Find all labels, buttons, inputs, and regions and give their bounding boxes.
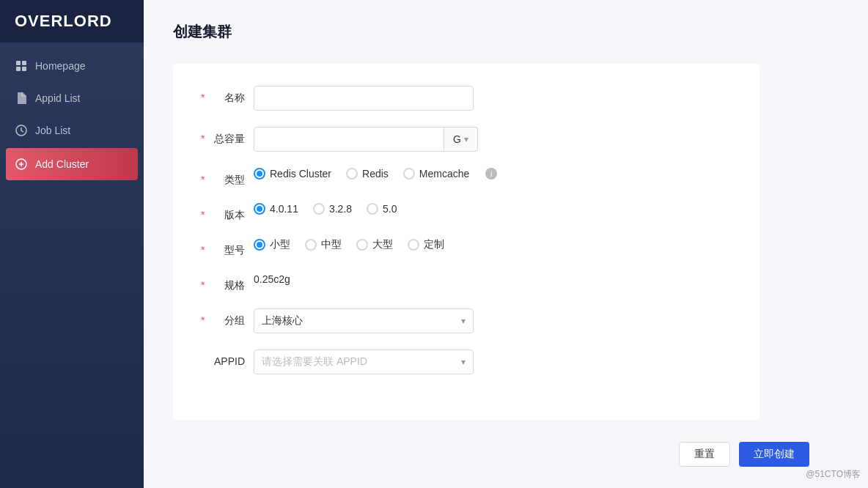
sidebar-item-label: Job List xyxy=(35,125,70,136)
spec-content: 0.25c2g xyxy=(254,273,730,285)
chevron-down-icon: ▾ xyxy=(464,134,468,144)
sidebar-nav: Homepage Appid List Job List xyxy=(0,42,144,182)
chevron-down-icon: ▾ xyxy=(461,316,466,326)
capacity-label: 总容量 xyxy=(202,127,254,146)
model-small-label: 小型 xyxy=(270,238,290,251)
sidebar-item-label: Homepage xyxy=(35,60,86,72)
form-row-appid: APPID 请选择需要关联 APPID ▾ xyxy=(202,350,730,374)
form-row-version: 版本 4.0.11 3.2.8 5.0 xyxy=(202,203,730,222)
appid-label: APPID xyxy=(202,350,254,367)
spec-label: 规格 xyxy=(202,273,254,292)
sidebar-item-add-cluster[interactable]: Add Cluster xyxy=(6,148,138,180)
model-small[interactable]: 小型 xyxy=(254,238,290,251)
radio-v50-circle xyxy=(367,203,378,215)
capacity-unit-label: G xyxy=(453,133,461,145)
group-label: 分组 xyxy=(202,308,254,328)
create-button[interactable]: 立即创建 xyxy=(739,442,809,467)
svg-rect-3 xyxy=(22,67,26,71)
type-memcache-label: Memcache xyxy=(419,168,469,180)
name-label: 名称 xyxy=(202,86,254,105)
form-row-spec: 规格 0.25c2g xyxy=(202,273,730,292)
model-content: 小型 中型 大型 定制 xyxy=(254,238,730,251)
grid-icon xyxy=(15,59,28,73)
type-info-icon[interactable]: i xyxy=(485,168,497,180)
model-custom-label: 定制 xyxy=(424,238,444,251)
model-medium[interactable]: 中型 xyxy=(305,238,342,251)
name-input[interactable] xyxy=(254,86,474,111)
version-50-label: 5.0 xyxy=(383,203,397,215)
group-select-value: 上海核心 xyxy=(262,314,303,328)
type-radio-group: Redis Cluster Redis Memcache i xyxy=(254,168,497,180)
watermark: @51CTO博客 xyxy=(806,468,861,481)
radio-redis-circle xyxy=(346,168,358,180)
appid-content: 请选择需要关联 APPID ▾ xyxy=(254,350,730,374)
clock-icon xyxy=(15,124,28,137)
version-328[interactable]: 3.2.8 xyxy=(313,203,352,215)
type-redis-cluster-label: Redis Cluster xyxy=(270,168,331,180)
radio-v328-circle xyxy=(313,203,325,215)
model-radio-group: 小型 中型 大型 定制 xyxy=(254,238,444,251)
appid-select[interactable]: 请选择需要关联 APPID ▾ xyxy=(254,350,474,374)
type-redis[interactable]: Redis xyxy=(346,168,389,180)
group-select[interactable]: 上海核心 ▾ xyxy=(254,308,474,333)
plus-circle-icon xyxy=(15,158,28,171)
form-actions: 重置 立即创建 xyxy=(173,442,839,467)
sidebar-item-label: Add Cluster xyxy=(35,158,89,170)
model-custom[interactable]: 定制 xyxy=(408,238,444,251)
app-logo: OVERLORD xyxy=(0,0,144,42)
model-large-label: 大型 xyxy=(372,238,393,251)
version-4011-label: 4.0.11 xyxy=(270,203,298,215)
radio-small-circle xyxy=(254,239,265,251)
form-row-group: 分组 上海核心 ▾ xyxy=(202,308,730,333)
form-row-model: 型号 小型 中型 大型 xyxy=(202,238,730,257)
model-large[interactable]: 大型 xyxy=(356,238,393,251)
version-content: 4.0.11 3.2.8 5.0 xyxy=(254,203,730,215)
type-redis-label: Redis xyxy=(362,168,389,180)
radio-v4011-circle xyxy=(254,203,265,215)
spec-value: 0.25c2g xyxy=(254,273,290,285)
form-row-type: 类型 Redis Cluster Redis Memcache i xyxy=(202,168,730,187)
type-content: Redis Cluster Redis Memcache i xyxy=(254,168,730,180)
svg-rect-2 xyxy=(16,67,21,71)
type-redis-cluster[interactable]: Redis Cluster xyxy=(254,168,331,180)
version-label: 版本 xyxy=(202,203,254,222)
version-50[interactable]: 5.0 xyxy=(367,203,397,215)
create-cluster-form: 名称 总容量 G ▾ 类型 xyxy=(173,64,760,420)
file-icon xyxy=(15,92,28,105)
capacity-input[interactable] xyxy=(254,127,444,152)
radio-large-circle xyxy=(356,239,368,251)
model-label: 型号 xyxy=(202,238,254,257)
version-4011[interactable]: 4.0.11 xyxy=(254,203,298,215)
sidebar-item-label: Appid List xyxy=(35,92,80,104)
sidebar-item-appid-list[interactable]: Appid List xyxy=(0,82,144,114)
reset-button[interactable]: 重置 xyxy=(679,442,730,467)
appid-placeholder: 请选择需要关联 APPID xyxy=(262,355,367,369)
radio-custom-circle xyxy=(408,239,419,251)
version-radio-group: 4.0.11 3.2.8 5.0 xyxy=(254,203,397,215)
main-content: 创建集群 名称 总容量 G ▾ 类型 xyxy=(144,0,868,488)
version-328-label: 3.2.8 xyxy=(329,203,352,215)
form-row-capacity: 总容量 G ▾ xyxy=(202,127,730,152)
page-title: 创建集群 xyxy=(173,22,839,42)
sidebar-item-job-list[interactable]: Job List xyxy=(0,114,144,147)
sidebar: OVERLORD Homepage Appid List xyxy=(0,0,144,488)
radio-medium-circle xyxy=(305,239,317,251)
group-content: 上海核心 ▾ xyxy=(254,308,730,333)
svg-rect-1 xyxy=(22,61,26,65)
chevron-down-icon: ▾ xyxy=(461,357,466,367)
sidebar-item-homepage[interactable]: Homepage xyxy=(0,50,144,82)
name-content xyxy=(254,86,730,111)
capacity-row: G ▾ xyxy=(254,127,478,152)
form-row-name: 名称 xyxy=(202,86,730,111)
type-label: 类型 xyxy=(202,168,254,187)
type-memcache[interactable]: Memcache xyxy=(403,168,469,180)
svg-rect-0 xyxy=(16,61,21,65)
model-medium-label: 中型 xyxy=(321,238,342,251)
radio-memcache-circle xyxy=(403,168,415,180)
capacity-unit-selector[interactable]: G ▾ xyxy=(444,127,478,152)
capacity-content: G ▾ xyxy=(254,127,730,152)
radio-redis-cluster-circle xyxy=(254,168,265,180)
